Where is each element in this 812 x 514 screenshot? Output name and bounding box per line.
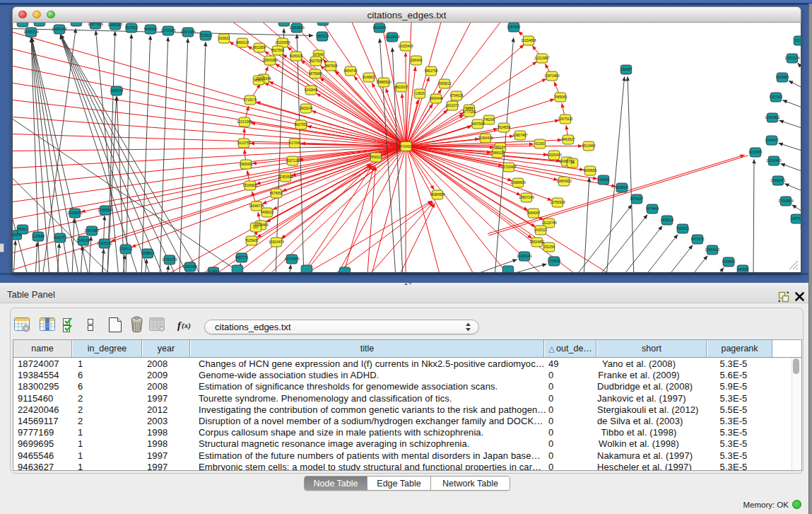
svg-text:16782759: 16782759 bbox=[162, 258, 177, 262]
svg-text:8267130: 8267130 bbox=[286, 159, 300, 163]
svg-text:9961758: 9961758 bbox=[425, 69, 438, 73]
svg-text:95134: 95134 bbox=[495, 146, 505, 149]
svg-text:15716485: 15716485 bbox=[284, 257, 300, 261]
svg-text:10973493: 10973493 bbox=[544, 74, 560, 78]
svg-text:6497568: 6497568 bbox=[471, 122, 485, 126]
svg-text:944565: 944565 bbox=[737, 268, 748, 271]
svg-text:252254: 252254 bbox=[543, 245, 555, 249]
svg-text:9474444: 9474444 bbox=[646, 207, 659, 211]
svg-text:9657771: 9657771 bbox=[235, 256, 249, 259]
svg-text:10655267: 10655267 bbox=[107, 23, 123, 27]
svg-text:2905334: 2905334 bbox=[110, 89, 124, 93]
svg-text:1733426: 1733426 bbox=[548, 259, 561, 263]
svg-text:16046736: 16046736 bbox=[249, 204, 264, 208]
svg-text:10975887: 10975887 bbox=[84, 229, 100, 233]
svg-text:7986322: 7986322 bbox=[491, 151, 505, 155]
svg-text:7857224: 7857224 bbox=[316, 35, 329, 38]
svg-text:7632621: 7632621 bbox=[676, 227, 690, 230]
svg-text:95061: 95061 bbox=[18, 228, 28, 231]
svg-text:8813054: 8813054 bbox=[373, 26, 387, 30]
svg-text:10654112: 10654112 bbox=[705, 248, 720, 252]
svg-text:20206576: 20206576 bbox=[67, 211, 83, 215]
svg-text:9146821: 9146821 bbox=[363, 76, 376, 79]
svg-text:164093: 164093 bbox=[598, 178, 609, 182]
svg-text:15226058: 15226058 bbox=[275, 41, 290, 45]
svg-text:12093822: 12093822 bbox=[765, 116, 780, 119]
svg-text:19654923: 19654923 bbox=[556, 180, 572, 183]
svg-text:9245652: 9245652 bbox=[722, 260, 736, 264]
svg-text:9699695: 9699695 bbox=[584, 169, 597, 173]
svg-text:9527506: 9527506 bbox=[271, 49, 285, 52]
svg-text:9084067: 9084067 bbox=[527, 211, 541, 215]
svg-text:15720407: 15720407 bbox=[501, 165, 517, 169]
svg-text:746266: 746266 bbox=[483, 118, 495, 122]
svg-text:12923465: 12923465 bbox=[182, 265, 198, 269]
svg-text:18524851: 18524851 bbox=[529, 240, 545, 244]
svg-text:16154808: 16154808 bbox=[521, 39, 536, 42]
svg-text:8427552: 8427552 bbox=[295, 123, 308, 127]
svg-text:1610755: 1610755 bbox=[237, 141, 251, 145]
svg-text:1527602: 1527602 bbox=[125, 26, 139, 30]
svg-text:10671385: 10671385 bbox=[180, 30, 196, 34]
svg-text:1244415: 1244415 bbox=[765, 139, 779, 142]
svg-text:19384554: 19384554 bbox=[430, 193, 445, 197]
svg-text:62160: 62160 bbox=[535, 142, 545, 146]
svg-text:8479197: 8479197 bbox=[630, 197, 644, 201]
svg-text:10719185: 10719185 bbox=[160, 29, 176, 33]
svg-text:3624554: 3624554 bbox=[498, 126, 511, 129]
svg-text:6794028: 6794028 bbox=[450, 94, 464, 98]
svg-text:98901: 98901 bbox=[254, 78, 264, 82]
svg-text:84: 84 bbox=[570, 161, 575, 165]
svg-text:3498222: 3498222 bbox=[261, 211, 274, 214]
svg-text:10025433: 10025433 bbox=[546, 153, 562, 157]
svg-text:7625402: 7625402 bbox=[245, 239, 259, 243]
svg-text:15885520: 15885520 bbox=[376, 81, 392, 84]
svg-text:2867608: 2867608 bbox=[324, 64, 338, 68]
svg-text:(x): (x) bbox=[182, 321, 191, 330]
svg-text:8678352: 8678352 bbox=[270, 192, 283, 195]
svg-text:8822037: 8822037 bbox=[395, 86, 408, 89]
svg-text:12213369: 12213369 bbox=[237, 120, 252, 124]
svg-text:1621072: 1621072 bbox=[446, 104, 459, 107]
svg-text:16543382: 16543382 bbox=[262, 59, 278, 62]
svg-text:1615112: 1615112 bbox=[534, 228, 548, 232]
svg-text:13325419: 13325419 bbox=[398, 45, 413, 48]
svg-text:16053809: 16053809 bbox=[289, 26, 305, 30]
svg-text:1965492: 1965492 bbox=[240, 163, 253, 166]
svg-text:14055724: 14055724 bbox=[23, 30, 39, 34]
svg-text:3875685: 3875685 bbox=[309, 72, 322, 76]
svg-text:15166825: 15166825 bbox=[242, 184, 258, 187]
svg-text:9242848: 9242848 bbox=[305, 88, 318, 92]
svg-text:15751074: 15751074 bbox=[784, 57, 800, 60]
svg-text:16210643: 16210643 bbox=[766, 159, 782, 163]
svg-text:157: 157 bbox=[253, 226, 259, 229]
svg-text:116753: 116753 bbox=[791, 217, 801, 221]
svg-text:9527508: 9527508 bbox=[310, 59, 323, 63]
svg-text:18807249: 18807249 bbox=[519, 196, 534, 199]
svg-text:12975115: 12975115 bbox=[558, 117, 573, 121]
svg-text:17016504: 17016504 bbox=[778, 199, 794, 203]
svg-text:92450: 92450 bbox=[208, 270, 218, 274]
svg-text:12505135: 12505135 bbox=[97, 242, 112, 245]
svg-text:15692971: 15692971 bbox=[770, 179, 786, 182]
svg-text:14136141: 14136141 bbox=[517, 255, 532, 258]
svg-text:1095817: 1095817 bbox=[141, 252, 155, 255]
svg-text:9329966: 9329966 bbox=[776, 76, 789, 79]
svg-text:19218506: 19218506 bbox=[384, 35, 400, 39]
svg-text:8912954: 8912954 bbox=[253, 46, 266, 49]
svg-text:2803144: 2803144 bbox=[300, 107, 313, 110]
svg-text:8215955: 8215955 bbox=[749, 151, 763, 154]
svg-text:2590027: 2590027 bbox=[370, 156, 383, 159]
svg-text:9777169: 9777169 bbox=[463, 110, 476, 114]
svg-text:2087682: 2087682 bbox=[507, 25, 521, 29]
svg-text:9513460: 9513460 bbox=[582, 144, 596, 148]
svg-text:39159: 39159 bbox=[13, 233, 21, 237]
svg-text:6466160: 6466160 bbox=[144, 28, 158, 31]
svg-text:8186325: 8186325 bbox=[290, 54, 303, 58]
svg-text:9463627: 9463627 bbox=[562, 138, 575, 141]
svg-text:1145194: 1145194 bbox=[77, 239, 90, 243]
svg-text:2718176: 2718176 bbox=[244, 98, 257, 102]
svg-text:11172: 11172 bbox=[795, 39, 801, 42]
svg-text:9227342: 9227342 bbox=[770, 95, 783, 99]
svg-text:163822: 163822 bbox=[218, 37, 230, 40]
